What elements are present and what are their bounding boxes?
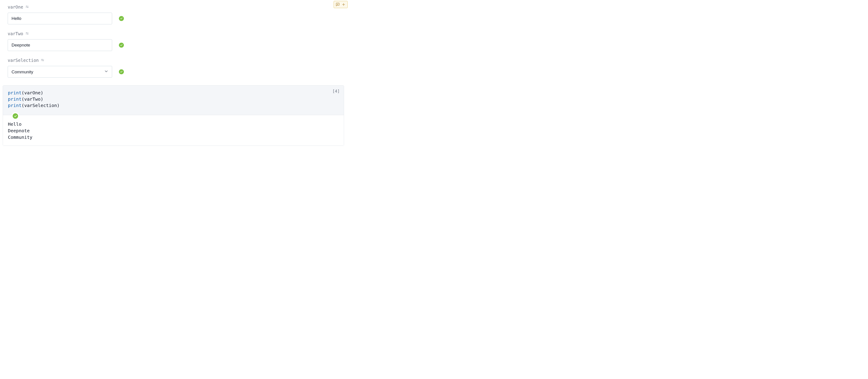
sliders-icon[interactable] [41, 58, 44, 63]
code-arg: varOne [24, 90, 40, 96]
svg-point-7 [27, 7, 28, 8]
code-line: print(varOne) [8, 90, 339, 96]
code-line: print(varSelection) [8, 102, 339, 109]
code-line: print(varTwo) [8, 96, 339, 102]
svg-point-9 [26, 33, 27, 33]
execution-count: [4] [332, 88, 340, 94]
code-fn: print [8, 103, 22, 108]
cell-action-toolbar[interactable] [334, 1, 348, 8]
input-block-varselection: varSelection Community [8, 58, 348, 78]
code-fn: print [8, 96, 22, 102]
svg-point-13 [42, 59, 42, 60]
input-label-row: varTwo [8, 31, 348, 36]
svg-point-11 [27, 34, 28, 34]
status-badge-success [13, 113, 18, 119]
code-arg: varSelection [24, 103, 57, 108]
input-block-vartwo: varTwo [8, 31, 348, 51]
varselection-select[interactable]: Community [8, 66, 112, 78]
svg-point-5 [26, 6, 27, 6]
sliders-icon[interactable] [25, 31, 29, 36]
output-line: Community [8, 135, 32, 140]
sliders-icon[interactable] [25, 4, 29, 9]
cell-run-status [11, 112, 19, 120]
input-row [8, 13, 348, 24]
code-editor[interactable]: [4] print(varOne) print(varTwo) print(va… [3, 85, 344, 115]
code-arg: varTwo [24, 96, 40, 102]
select-wrap: Community [8, 66, 112, 78]
code-fn: print [8, 90, 22, 96]
input-variable-name: varTwo [8, 31, 23, 36]
output-line: Deepnote [8, 128, 30, 133]
input-block-varone: varOne [8, 4, 348, 24]
comment-icon[interactable] [336, 2, 340, 6]
vartwo-input[interactable] [8, 39, 112, 51]
input-row [8, 39, 348, 51]
code-cell: [4] print(varOne) print(varTwo) print(va… [3, 85, 344, 146]
status-badge-success [119, 43, 124, 48]
input-variable-name: varOne [8, 4, 23, 9]
input-variable-name: varSelection [8, 58, 39, 63]
status-badge-success [119, 69, 124, 74]
output-line: Hello [8, 122, 22, 127]
plus-icon[interactable] [342, 2, 346, 6]
varone-input[interactable] [8, 13, 112, 24]
cell-output: Hello Deepnote Community [3, 115, 344, 146]
svg-point-15 [43, 60, 43, 61]
input-row: Community [8, 66, 348, 78]
status-badge-success [119, 16, 124, 21]
input-label-row: varOne [8, 4, 348, 9]
input-label-row: varSelection [8, 58, 348, 63]
